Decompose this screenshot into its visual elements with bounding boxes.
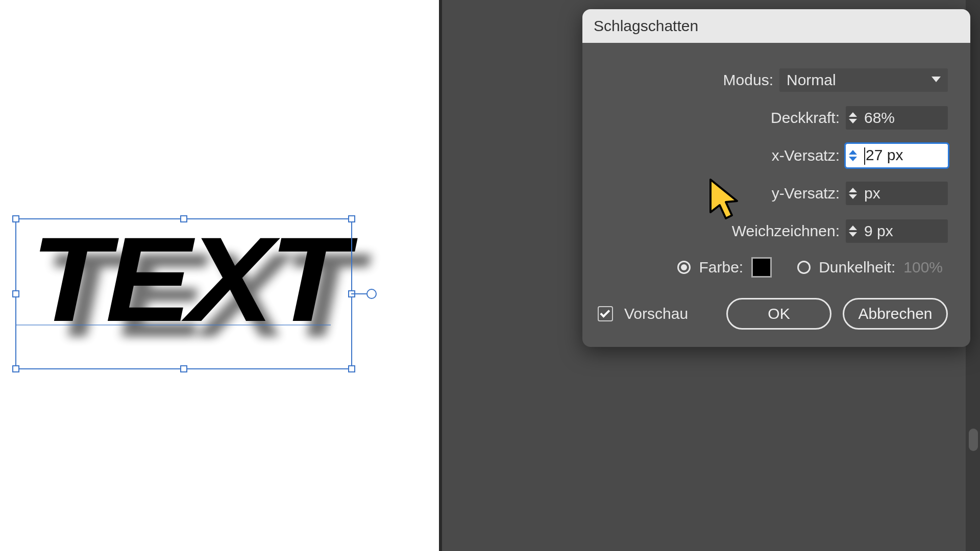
stepper-down-icon [849, 194, 857, 199]
yoffset-stepper[interactable] [846, 182, 860, 205]
opacity-value[interactable]: 68% [860, 109, 948, 127]
xoffset-field[interactable]: 27 px [846, 144, 948, 167]
opacity-field[interactable]: 68% [846, 106, 948, 130]
xoffset-value[interactable]: 27 px [860, 146, 948, 165]
stepper-up-icon [849, 112, 857, 117]
rotation-handle[interactable] [366, 289, 377, 299]
color-radio[interactable] [677, 261, 691, 274]
checkmark-icon [600, 308, 610, 318]
opacity-stepper[interactable] [846, 106, 860, 130]
side-panel-area: Schlagschatten Modus: Normal Deckkraft: [439, 0, 980, 551]
scrollbar-thumb[interactable] [969, 429, 978, 451]
mode-label: Modus: [723, 71, 773, 89]
blur-value[interactable]: 9 px [860, 222, 948, 240]
canvas-area[interactable]: TEXT TEXT [0, 0, 439, 551]
stepper-down-icon [849, 232, 857, 237]
drop-shadow-dialog: Schlagschatten Modus: Normal Deckkraft: [582, 9, 970, 347]
xoffset-label: x-Versatz: [772, 147, 840, 164]
stepper-down-icon [849, 119, 857, 123]
blur-field[interactable]: 9 px [846, 219, 948, 243]
darkness-value: 100% [903, 259, 943, 276]
blur-stepper[interactable] [846, 219, 860, 243]
cancel-button[interactable]: Abbrechen [843, 298, 948, 330]
darkness-label: Dunkelheit: [819, 259, 895, 276]
stepper-up-icon [849, 150, 857, 155]
color-swatch[interactable] [751, 257, 772, 278]
preview-label: Vorschau [624, 305, 688, 322]
ok-button[interactable]: OK [726, 298, 831, 330]
yoffset-value[interactable]: px [860, 185, 948, 202]
blur-label: Weichzeichnen: [732, 222, 840, 240]
preview-checkbox[interactable] [598, 306, 613, 321]
stepper-up-icon [849, 226, 857, 230]
text-baseline [15, 324, 331, 325]
mode-value: Normal [787, 71, 836, 89]
radio-selected-icon [681, 264, 687, 270]
dialog-title: Schlagschatten [582, 9, 970, 43]
opacity-label: Deckkraft: [771, 109, 840, 127]
yoffset-field[interactable]: px [846, 182, 948, 205]
text-object[interactable]: TEXT TEXT [15, 219, 352, 368]
mode-dropdown[interactable]: Normal [779, 68, 948, 92]
stepper-up-icon [849, 188, 857, 192]
text-content: TEXT [31, 219, 344, 339]
stepper-down-icon [849, 157, 857, 161]
yoffset-label: y-Versatz: [772, 185, 840, 202]
darkness-radio[interactable] [797, 261, 811, 274]
chevron-down-icon [932, 77, 941, 82]
text-caret [864, 147, 865, 165]
xoffset-stepper[interactable] [846, 144, 860, 167]
color-label: Farbe: [699, 259, 743, 276]
